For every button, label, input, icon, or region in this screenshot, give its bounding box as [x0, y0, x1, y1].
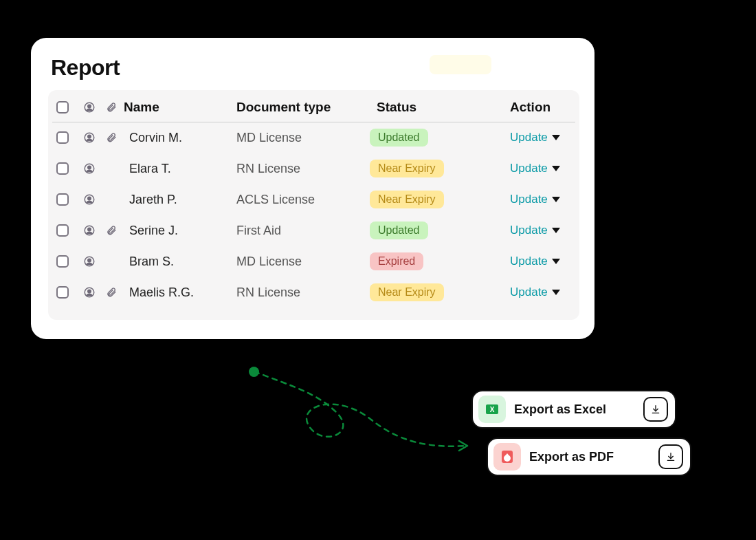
flow-start-dot	[249, 367, 259, 377]
table-row: Corvin M.MD LicenseUpdatedUpdate	[52, 122, 575, 153]
update-button[interactable]: Update	[510, 162, 548, 175]
export-excel-button[interactable]: X Export as Excel	[471, 390, 676, 429]
svg-point-9	[88, 228, 91, 231]
select-all-checkbox[interactable]	[56, 101, 69, 114]
row-checkbox[interactable]	[56, 286, 69, 299]
status-cell: Near Expiry	[370, 191, 487, 208]
person-icon	[80, 101, 99, 114]
status-badge: Expired	[370, 252, 423, 270]
update-button[interactable]: Update	[510, 285, 548, 299]
page-title: Report	[51, 55, 579, 80]
svg-point-5	[88, 166, 91, 169]
status-cell: Updated	[370, 222, 487, 239]
pdf-icon	[493, 443, 521, 471]
name-cell: Corvin M.	[124, 131, 234, 145]
person-icon	[80, 131, 99, 144]
chevron-down-icon[interactable]	[552, 228, 560, 233]
export-pdf-label: Export as PDF	[529, 450, 650, 464]
export-pdf-button[interactable]: Export as PDF	[487, 438, 691, 476]
row-checkbox[interactable]	[56, 193, 69, 206]
table-row: Elara T.RN LicenseNear ExpiryUpdate	[52, 153, 575, 184]
doc-cell: MD License	[236, 131, 367, 145]
table-row: Maelis R.G.RN LicenseNear ExpiryUpdate	[52, 277, 575, 307]
action-cell: Update	[489, 193, 571, 206]
doc-cell: First Aid	[236, 224, 367, 238]
name-cell: Serine J.	[124, 224, 234, 238]
table-row: Bram S.MD LicenseExpiredUpdate	[52, 246, 575, 277]
status-badge: Near Expiry	[370, 191, 444, 208]
name-cell: Elara T.	[124, 162, 234, 176]
status-badge: Updated	[370, 222, 428, 239]
action-cell: Update	[489, 162, 571, 175]
doc-cell: ACLS License	[236, 193, 367, 207]
attachment-icon	[102, 225, 121, 236]
row-checkbox[interactable]	[56, 255, 69, 268]
report-table: Name Document type Status Action Corvin …	[48, 90, 579, 320]
col-action: Action	[489, 100, 571, 115]
action-cell: Update	[489, 255, 571, 268]
col-status: Status	[370, 100, 487, 115]
person-icon	[80, 255, 99, 268]
svg-point-1	[88, 105, 91, 108]
person-icon	[80, 224, 99, 237]
status-cell: Expired	[370, 252, 487, 270]
name-cell: Maelis R.G.	[124, 285, 234, 300]
doc-cell: RN License	[236, 285, 367, 300]
col-doc: Document type	[236, 100, 367, 115]
person-icon	[80, 162, 99, 175]
table-row: Jareth P.ACLS LicenseNear ExpiryUpdate	[52, 184, 575, 215]
svg-text:X: X	[490, 406, 495, 413]
doc-cell: MD License	[236, 255, 367, 269]
report-card: Report Name Document type Status Action …	[31, 38, 594, 339]
update-button[interactable]: Update	[510, 224, 548, 237]
update-button[interactable]: Update	[510, 193, 548, 206]
table-row: Serine J.First AidUpdatedUpdate	[52, 215, 575, 246]
update-button[interactable]: Update	[510, 131, 548, 144]
name-cell: Bram S.	[124, 255, 234, 269]
chevron-down-icon[interactable]	[552, 259, 560, 264]
person-icon	[80, 193, 99, 206]
attachment-icon	[102, 132, 121, 143]
status-badge: Updated	[370, 129, 428, 147]
flow-arrow	[247, 365, 495, 468]
svg-point-7	[88, 197, 91, 200]
header-chip	[430, 55, 491, 74]
action-cell: Update	[489, 224, 571, 237]
action-cell: Update	[489, 131, 571, 144]
row-checkbox[interactable]	[56, 162, 69, 175]
status-badge: Near Expiry	[370, 283, 444, 301]
doc-cell: RN License	[236, 162, 367, 176]
status-cell: Near Expiry	[370, 283, 487, 301]
attachment-icon	[102, 287, 121, 298]
download-icon	[658, 444, 683, 469]
status-badge: Near Expiry	[370, 160, 444, 177]
excel-icon: X	[478, 396, 506, 423]
table-header: Name Document type Status Action	[52, 93, 575, 122]
svg-point-13	[88, 290, 91, 293]
chevron-down-icon[interactable]	[552, 290, 560, 295]
chevron-down-icon[interactable]	[552, 166, 560, 171]
update-button[interactable]: Update	[510, 255, 548, 268]
person-icon	[80, 286, 99, 299]
name-cell: Jareth P.	[124, 193, 234, 207]
svg-point-3	[88, 135, 91, 138]
action-cell: Update	[489, 285, 571, 299]
row-checkbox[interactable]	[56, 131, 69, 144]
chevron-down-icon[interactable]	[552, 135, 560, 140]
status-cell: Updated	[370, 129, 487, 147]
attachment-icon	[102, 102, 121, 113]
chevron-down-icon[interactable]	[552, 197, 560, 202]
status-cell: Near Expiry	[370, 160, 487, 177]
row-checkbox[interactable]	[56, 224, 69, 237]
col-name: Name	[124, 100, 234, 115]
svg-point-11	[88, 259, 91, 262]
export-excel-label: Export as Excel	[514, 402, 635, 417]
download-icon	[643, 397, 668, 422]
